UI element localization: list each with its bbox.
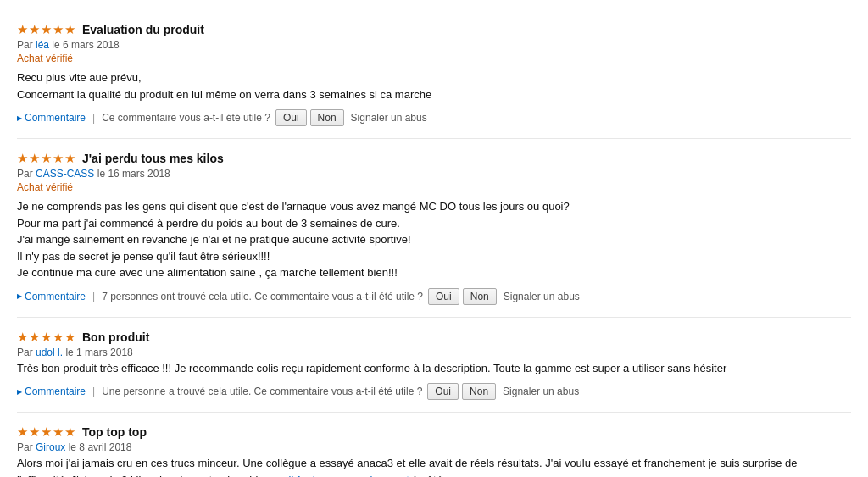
review-title: Bon produit [82,330,149,344]
star-icon: ★ [53,330,64,345]
star-icon: ★ [41,424,52,440]
report-link[interactable]: Signaler un abus [503,385,579,397]
non-button[interactable]: Non [462,383,496,400]
useful-text: 7 personnes ont trouvé cela utile. Ce co… [102,291,423,302]
star-icon: ★ [17,424,28,440]
separator: | [92,385,95,397]
review-title: J'ai perdu tous mes kilos [82,152,224,165]
actions-row: Commentaire|Ce commentaire vous a-t-il é… [17,109,851,126]
star-rating: ★★★★★ [17,151,75,166]
actions-row: Commentaire|7 personnes ont trouvé cela … [17,288,851,305]
comment-link[interactable]: Commentaire [17,291,86,302]
star-rating: ★★★★★ [17,424,75,440]
star-icon: ★ [17,151,28,166]
star-icon: ★ [53,424,64,440]
star-icon: ★ [29,330,40,345]
verified-badge: Achat vérifié [17,53,851,64]
review-block-1: ★★★★★Evaluation du produitPar léa le 6 m… [17,14,851,139]
star-icon: ★ [64,424,75,440]
oui-button[interactable]: Oui [427,383,459,400]
reviews-container: ★★★★★Evaluation du produitPar léa le 6 m… [17,14,851,477]
review-author[interactable]: Giroux [36,441,65,453]
star-icon: ★ [53,22,64,37]
star-icon: ★ [17,330,28,345]
useful-text: Une personne a trouvé cela utile. Ce com… [102,385,422,397]
review-title-row: ★★★★★Evaluation du produit [17,22,851,37]
useful-text: Ce commentaire vous a-t-il été utile ? [102,112,270,124]
review-body: Très bon produit très efficace !!! Je re… [17,360,851,377]
separator: | [92,112,95,124]
star-icon: ★ [41,330,52,345]
review-meta: Par CASS-CASS le 16 mars 2018 [17,168,851,180]
review-title: Evaluation du produit [82,23,204,36]
non-button[interactable]: Non [463,288,497,305]
review-block-4: ★★★★★Top top topPar Giroux le 8 avril 20… [17,416,851,477]
star-icon: ★ [64,330,75,345]
review-body: Recu plus vite aue prévu,Concernant la q… [17,69,851,103]
star-icon: ★ [29,22,40,37]
oui-button[interactable]: Oui [428,288,459,305]
review-body: Je ne comprends pas les gens qui disent … [17,198,851,281]
separator: | [92,291,95,302]
verified-badge: Achat vérifié [17,181,851,193]
star-icon: ★ [64,151,75,166]
star-rating: ★★★★★ [17,330,75,345]
review-block-2: ★★★★★J'ai perdu tous mes kilosPar CASS-C… [17,142,851,318]
star-icon: ★ [41,151,52,166]
star-icon: ★ [29,151,40,166]
review-author[interactable]: léa [36,39,49,51]
review-title-row: ★★★★★J'ai perdu tous mes kilos [17,151,851,166]
star-icon: ★ [17,22,28,37]
review-author[interactable]: CASS-CASS [36,168,94,180]
review-title-row: ★★★★★Bon produit [17,330,851,345]
report-link[interactable]: Signaler un abus [351,112,427,124]
actions-row: Commentaire|Une personne a trouvé cela u… [17,383,851,400]
review-meta: Par Giroux le 8 avril 2018 [17,441,851,453]
comment-link[interactable]: Commentaire [17,385,86,397]
star-icon: ★ [64,22,75,37]
review-title-row: ★★★★★Top top top [17,424,851,440]
review-author[interactable]: udol l. [36,347,63,358]
review-meta: Par udol l. le 1 mars 2018 [17,347,851,358]
comment-link[interactable]: Commentaire [17,112,86,124]
highlighted-text: il faut manger sainement [289,474,409,478]
report-link[interactable]: Signaler un abus [504,291,580,302]
star-icon: ★ [53,151,64,166]
review-block-3: ★★★★★Bon produitPar udol l. le 1 mars 20… [17,321,851,413]
star-icon: ★ [41,22,52,37]
review-meta: Par léa le 6 mars 2018 [17,39,851,51]
review-body: Alors moi j'ai jamais cru en ces trucs m… [17,455,851,477]
oui-button[interactable]: Oui [275,109,307,126]
star-icon: ★ [29,424,40,440]
review-title: Top top top [82,425,147,439]
non-button[interactable]: Non [310,109,344,126]
star-rating: ★★★★★ [17,22,75,37]
